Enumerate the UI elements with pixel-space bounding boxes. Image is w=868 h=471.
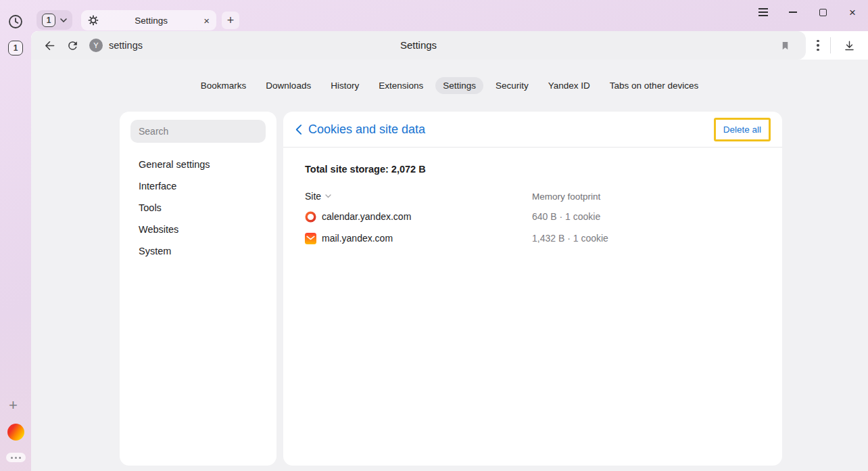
history-clock-icon[interactable] [7,14,24,30]
sidebar-item-interface[interactable]: Interface [120,175,276,197]
close-window-button[interactable]: × [846,5,859,19]
new-tab-button[interactable]: + [222,12,239,29]
nav-tab-other-devices[interactable]: Tabs on other devices [602,77,706,94]
close-icon: × [849,7,856,18]
address-field[interactable]: Y settings [89,39,143,52]
nav-tab-settings[interactable]: Settings [435,77,483,94]
tab-title: Settings [99,16,203,26]
sidebar-item-websites[interactable]: Websites [120,219,276,240]
gear-icon [88,15,99,26]
hamburger-icon [758,8,768,16]
more-options-icon[interactable] [813,36,823,55]
maximize-icon [819,9,827,16]
site-row-calendar[interactable]: calendar.yandex.com 640 B · 1 cookie [305,206,782,227]
tab-settings[interactable]: Settings × [81,10,216,30]
window-chrome: 1 Settings × + × [0,0,868,31]
site-column-header[interactable]: Site [305,191,532,202]
nav-tab-extensions[interactable]: Extensions [371,77,431,94]
site-row-mail[interactable]: mail.yandex.com 1,432 B · 1 cookie [305,227,782,249]
sidebar-more-icon[interactable] [6,453,26,462]
cookies-header: Cookies and site data Delete all [283,112,782,148]
page-title-center: Settings [31,31,806,60]
sidebar-item-general-settings[interactable]: General settings [120,154,276,175]
address-text: settings [109,40,143,51]
browser-side-strip: 1 + [0,0,31,471]
yandex-services-icon[interactable] [7,424,24,441]
sidebar-item-tools[interactable]: Tools [120,197,276,219]
memory-column-header: Memory footprint [532,192,600,202]
delete-all-button[interactable]: Delete all [714,118,771,141]
tab-count-badge: 1 [42,14,55,27]
svg-text:Y: Y [93,41,99,49]
sidebar-add-icon[interactable]: + [9,397,18,414]
minimize-button[interactable] [786,5,800,19]
settings-page: Bookmarks Downloads History Extensions S… [31,60,868,471]
bookmark-button[interactable] [773,34,796,57]
cookies-title: Cookies and site data [308,122,425,137]
total-storage-text: Total site storage: 2,072 B [305,164,782,175]
sidebar-item-system[interactable]: System [120,240,276,262]
mail-favicon-icon [305,233,316,244]
refresh-button[interactable] [61,34,84,57]
toolbar: Y settings Settings [31,31,868,60]
browser-window: Y settings Settings Bookmarks Downlo [31,31,868,471]
browser-menu-button[interactable] [756,5,770,19]
back-button[interactable] [38,34,61,57]
site-memory: 1,432 B · 1 cookie [532,233,608,244]
window-controls: × [756,5,859,20]
sort-chevron-icon [325,194,331,198]
toolbar-extras [806,31,868,60]
settings-sidebar-card: General settings Interface Tools Website… [120,112,276,466]
downloads-button[interactable] [838,34,861,57]
sites-table-header: Site Memory footprint [305,191,782,202]
site-favicon: Y [89,39,103,52]
site-memory: 640 B · 1 cookie [532,211,600,222]
settings-nav: Bookmarks Downloads History Extensions S… [31,60,868,94]
nav-tab-security[interactable]: Security [488,77,536,94]
nav-tab-yandex-id[interactable]: Yandex ID [541,77,598,94]
tab-counter-dropdown[interactable]: 1 [37,10,72,30]
site-name: calendar.yandex.com [322,211,411,222]
sidebar-tab-count-badge[interactable]: 1 [8,41,23,55]
address-bar[interactable]: Y settings Settings [31,31,806,60]
settings-search-input[interactable] [130,120,266,143]
nav-tab-bookmarks[interactable]: Bookmarks [193,77,254,94]
tab-close-icon[interactable]: × [203,16,210,26]
cookies-panel: Cookies and site data Delete all Total s… [283,112,782,466]
back-to-websites-link[interactable]: Cookies and site data [295,122,425,137]
site-name: mail.yandex.com [322,233,393,244]
chevron-down-icon [60,18,67,22]
nav-tab-downloads[interactable]: Downloads [258,77,318,94]
calendar-favicon-icon [305,211,316,223]
minimize-icon [789,12,797,13]
toolbar-divider [830,37,831,53]
nav-tab-history[interactable]: History [323,77,366,94]
chevron-left-icon [295,124,302,135]
settings-menu: General settings Interface Tools Website… [120,154,276,262]
maximize-button[interactable] [816,5,829,19]
